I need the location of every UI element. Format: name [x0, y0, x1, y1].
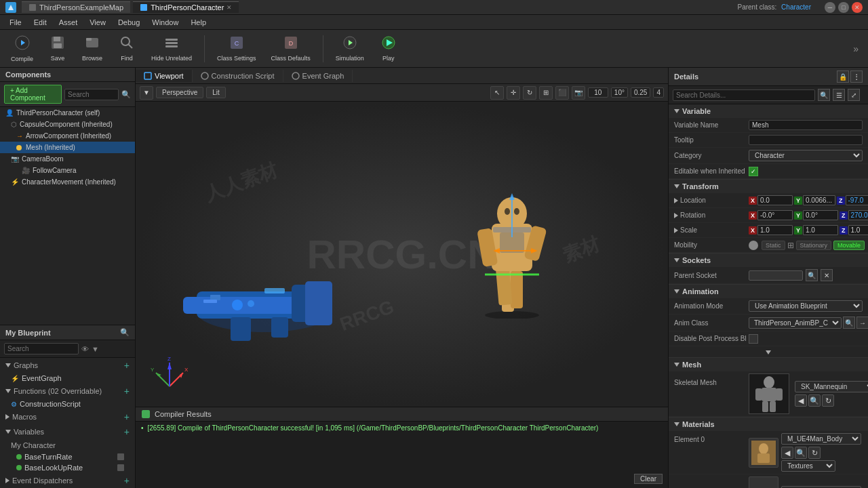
loc-z-input[interactable] — [846, 195, 868, 205]
baseturntrate-item[interactable]: BaseTurnRate — [0, 451, 135, 462]
tab-event-graph[interactable]: Event Graph — [283, 70, 353, 82]
mesh-prev-button[interactable]: ◀ — [795, 394, 807, 407]
menu-edit[interactable]: Edit — [28, 17, 52, 28]
tab-map[interactable]: ThirdPersonExampleMap — [22, 1, 130, 13]
stationary-mobility-button[interactable]: Stationary — [796, 241, 832, 250]
menu-debug[interactable]: Debug — [113, 17, 145, 28]
maximize-button[interactable]: □ — [838, 2, 849, 13]
mycharacter-section-header[interactable]: My Character — [0, 439, 135, 451]
comp-item-mesh[interactable]: Mesh (Inherited) — [0, 142, 135, 153]
macros-add-button[interactable]: + — [124, 411, 130, 422]
transform-section-header[interactable]: Transform — [669, 180, 868, 193]
class-settings-button[interactable]: C Class Settings — [212, 33, 262, 64]
mesh-search-button[interactable]: 🔍 — [808, 394, 821, 407]
variables-section-header[interactable]: Variables + — [0, 424, 135, 439]
anim-class-search-icon[interactable]: 🔍 — [843, 317, 855, 329]
details-lock-icon[interactable]: 🔒 — [837, 70, 849, 83]
anim-class-select[interactable]: ThirdPerson_AnimBP_C — [749, 317, 842, 329]
scale-icon[interactable]: ⊞ — [539, 86, 553, 100]
surface-snap-icon[interactable]: ⬛ — [555, 86, 569, 100]
bp-search-icon[interactable]: 🔍 — [120, 328, 130, 337]
rot-z-input[interactable] — [848, 210, 868, 220]
mesh-refresh-button[interactable]: ↻ — [822, 394, 834, 407]
element0-select[interactable]: M_UE4Man_Body — [781, 433, 861, 445]
save-button[interactable]: Save — [43, 33, 73, 64]
socket-clear-button[interactable]: ✕ — [821, 269, 833, 281]
mat0-prev-button[interactable]: ◀ — [781, 447, 793, 459]
camera-icon[interactable]: 📷 — [572, 86, 585, 100]
tab-construction-script[interactable]: Construction Script — [193, 70, 283, 82]
mesh-section-header[interactable]: Mesh — [669, 358, 868, 371]
details-search-button[interactable]: 🔍 — [818, 89, 830, 101]
variable-name-input[interactable] — [749, 120, 863, 130]
variables-add-button[interactable]: + — [124, 426, 130, 437]
components-search-input[interactable] — [64, 89, 119, 100]
simulation-button[interactable]: Simulation — [330, 33, 370, 64]
sc-x-input[interactable] — [757, 225, 793, 235]
tab-viewport[interactable]: Viewport — [136, 70, 193, 82]
sc-z-input[interactable] — [848, 225, 868, 235]
anim-class-arrow-icon[interactable]: → — [856, 317, 868, 329]
macros-section-header[interactable]: Macros + — [0, 409, 135, 424]
hide-unrelated-button[interactable]: Hide Unrelated — [146, 33, 197, 64]
tooltip-input[interactable] — [749, 135, 863, 145]
static-mobility-button[interactable]: Static — [762, 241, 785, 250]
lit-button[interactable]: Lit — [206, 87, 226, 98]
comp-item-charmovement[interactable]: ⚡ CharacterMovement (Inherited) — [0, 176, 135, 188]
rot-y-input[interactable] — [803, 210, 838, 220]
details-expand-icon[interactable]: ⤢ — [848, 89, 860, 101]
sc-y-input[interactable] — [803, 225, 838, 235]
functions-section-header[interactable]: Functions (02 Overridable) + — [0, 384, 135, 399]
viewport-area[interactable]: RRCG.CN 人人素材 RRCG 素材 — [136, 102, 668, 407]
menu-window[interactable]: Window — [146, 17, 184, 28]
close-tab-icon[interactable]: ✕ — [226, 4, 232, 11]
loc-y-input[interactable] — [803, 195, 835, 205]
comp-item-self[interactable]: 👤 ThirdPersonCharacter (self) — [0, 107, 135, 119]
sockets-section-header[interactable]: Sockets — [669, 253, 868, 267]
play-button[interactable]: Play — [374, 33, 403, 64]
minimize-button[interactable]: ─ — [825, 2, 835, 13]
browse-button[interactable]: Browse — [77, 33, 108, 64]
category-select[interactable]: Character — [749, 150, 863, 161]
socket-search-button[interactable]: 🔍 — [806, 269, 818, 281]
variable-section-header[interactable]: Variable — [669, 104, 868, 118]
comp-item-followcam[interactable]: 🎥 FollowCamera — [0, 165, 135, 176]
tab-character[interactable]: ThirdPersonCharacter ✕ — [133, 1, 239, 13]
compile-button[interactable]: Compile — [5, 32, 39, 65]
materials-section-header[interactable]: Materials — [669, 418, 868, 431]
menu-help[interactable]: Help — [185, 17, 212, 28]
functions-add-button[interactable]: + — [124, 386, 130, 396]
details-filter-icon[interactable]: ☰ — [833, 89, 845, 101]
comp-item-arrow[interactable]: → ArrowComponent (Inherited) — [0, 130, 135, 142]
graphs-add-button[interactable]: + — [124, 360, 130, 371]
select-mode-icon[interactable]: ↖ — [490, 86, 504, 100]
constructionscript-item[interactable]: ⚙ ConstructionScript — [0, 399, 135, 409]
viewport-options-button[interactable]: ▼ — [140, 86, 153, 100]
details-options-icon[interactable]: ⋮ — [850, 70, 863, 83]
baselookuprate-item[interactable]: BaseLookUpRate — [0, 462, 135, 473]
editable-checkbox[interactable] — [749, 167, 758, 176]
close-button[interactable]: ✕ — [852, 2, 863, 13]
textures-select[interactable]: Textures — [781, 460, 835, 472]
menu-view[interactable]: View — [84, 17, 111, 28]
mat0-refresh-button[interactable]: ↻ — [808, 447, 821, 459]
rot-x-input[interactable] — [757, 210, 793, 220]
graphs-section-header[interactable]: Graphs + — [0, 358, 135, 373]
bp-view-icon[interactable]: 👁 — [81, 345, 89, 353]
details-search-input[interactable] — [673, 89, 815, 101]
blueprint-search-input[interactable] — [4, 343, 79, 354]
menu-asset[interactable]: Asset — [54, 17, 83, 28]
animation-section-header[interactable]: Animation — [669, 285, 868, 298]
movable-mobility-button[interactable]: Movable — [833, 241, 865, 250]
element1-select[interactable]: M_UE4Man_ChestLogo — [781, 486, 861, 489]
disable-pp-checkbox[interactable] — [749, 334, 758, 344]
add-component-button[interactable]: + Add Component — [4, 85, 62, 104]
skeletal-mesh-select[interactable]: SK_Mannequin — [795, 381, 868, 392]
eventdispatchers-add-button[interactable]: + — [124, 475, 130, 486]
animation-mode-select[interactable]: Use Animation Blueprint — [749, 300, 863, 312]
mat0-search-button[interactable]: 🔍 — [795, 447, 807, 459]
bp-options-icon[interactable]: ▼ — [92, 345, 99, 353]
parent-socket-input[interactable] — [749, 270, 803, 281]
eventdispatchers-section-header[interactable]: Event Dispatchers + — [0, 473, 135, 488]
rotate-icon[interactable]: ↻ — [523, 86, 536, 100]
